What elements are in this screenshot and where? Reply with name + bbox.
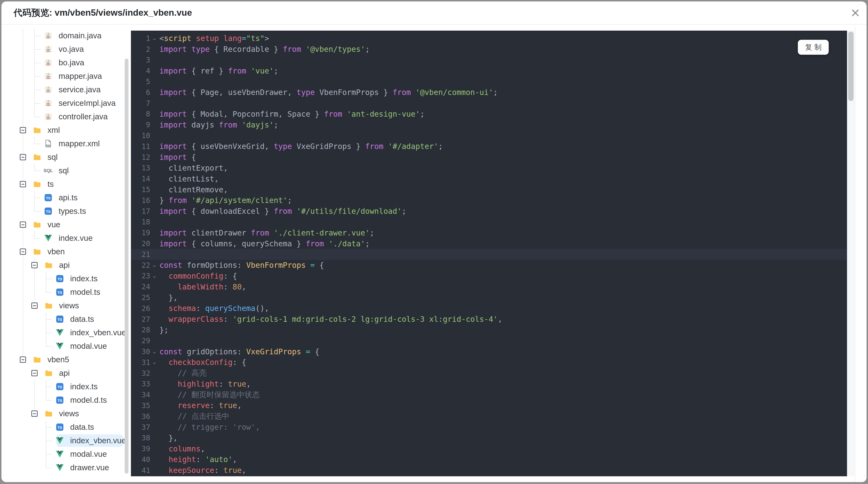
ts-file-icon: TS xyxy=(56,316,64,323)
code-line: 35 reserve: true, xyxy=(131,400,847,411)
tree-item-api.ts[interactable]: TSapi.ts xyxy=(1,191,132,204)
tree-item-index-vben.vue[interactable]: index_vben.vue xyxy=(1,434,132,447)
tree-item-domain.java[interactable]: domain.java xyxy=(1,29,132,42)
tree-item-label: ts xyxy=(48,180,54,189)
fold-chevron-icon[interactable]: › xyxy=(150,348,160,357)
collapse-expand-icon[interactable] xyxy=(20,127,26,133)
svg-text:TS: TS xyxy=(46,209,51,214)
fold-chevron-icon[interactable]: › xyxy=(150,359,160,368)
tree-item-model.d.ts[interactable]: TSmodel.d.ts xyxy=(1,393,132,407)
code-line: 12import { xyxy=(131,152,847,163)
tree-item-views[interactable]: views xyxy=(1,407,132,420)
tree-item-mapper.java[interactable]: mapper.java xyxy=(1,69,132,83)
tree-item-views[interactable]: views xyxy=(1,299,132,312)
fold-chevron-icon[interactable]: › xyxy=(150,35,160,44)
tree-item-model.ts[interactable]: TSmodel.ts xyxy=(1,285,132,299)
code-text: const formOptions: VbenFormProps = { xyxy=(159,261,324,269)
tree-item-api[interactable]: api xyxy=(1,258,132,272)
tree-item-index.ts[interactable]: TSindex.ts xyxy=(1,272,132,285)
fold-chevron-icon[interactable]: › xyxy=(150,272,160,282)
code-text: import { Page, useVbenDrawer, type VbenF… xyxy=(159,88,498,97)
tree-branch xyxy=(32,42,43,56)
fold-gutter xyxy=(150,325,159,335)
tree-indent-guide xyxy=(20,299,32,312)
tree-item-content: api xyxy=(45,367,123,379)
tree-item-controller.java[interactable]: controller.java xyxy=(1,110,132,123)
tree-item-index.vue[interactable]: index.vue xyxy=(1,231,132,245)
code-text: height: 'auto', xyxy=(159,455,237,464)
tree-item-drawer.vue[interactable]: drawer.vue xyxy=(1,461,132,474)
line-number: 15 xyxy=(131,185,150,194)
fold-gutter xyxy=(150,314,159,324)
tree-item-sql[interactable]: sql xyxy=(1,151,132,164)
collapse-expand-icon[interactable] xyxy=(20,181,26,187)
tree-branch xyxy=(20,245,32,258)
code-scrollbar-track[interactable] xyxy=(847,31,855,476)
file-tree: domain.javavo.javabo.javamapper.javaserv… xyxy=(1,25,132,475)
code-line: 14 clientList, xyxy=(131,173,847,184)
collapse-expand-icon[interactable] xyxy=(31,411,38,417)
svg-text:TS: TS xyxy=(57,277,62,281)
collapse-expand-icon[interactable] xyxy=(20,249,26,255)
line-number: 2 xyxy=(131,45,150,54)
tree-item-vo.java[interactable]: vo.java xyxy=(1,42,132,56)
tree-item-index-vben.vue[interactable]: index_vben.vue xyxy=(1,326,132,340)
tree-item-ts[interactable]: ts xyxy=(1,178,132,191)
code-line: 30›const gridOptions: VxeGridProps = { xyxy=(131,346,847,357)
tree-item-vben[interactable]: vben xyxy=(1,245,132,258)
line-number: 34 xyxy=(131,390,150,399)
collapse-expand-icon[interactable] xyxy=(31,302,38,309)
code-line: 3 xyxy=(131,55,847,66)
tree-item-label: mapper.xml xyxy=(59,139,100,148)
line-number: 8 xyxy=(131,110,150,118)
line-number: 40 xyxy=(131,455,150,464)
tree-branch xyxy=(32,366,43,380)
collapse-expand-icon[interactable] xyxy=(31,262,38,268)
tree-indent-guide xyxy=(32,380,43,393)
tree-item-mapper.xml[interactable]: XMLmapper.xml xyxy=(1,137,132,151)
line-number: 12 xyxy=(131,153,150,161)
tree-item-index.ts[interactable]: TSindex.ts xyxy=(1,380,132,393)
fold-gutter xyxy=(150,206,159,217)
tree-branch xyxy=(32,29,43,42)
tree-item-data.ts[interactable]: TSdata.ts xyxy=(1,312,132,326)
tree-item-data.ts[interactable]: TSdata.ts xyxy=(1,420,132,434)
tree-item-content: domain.java xyxy=(44,29,123,42)
tree-item-types.ts[interactable]: TStypes.ts xyxy=(1,204,132,218)
collapse-expand-icon[interactable] xyxy=(20,154,26,160)
tree-item-api[interactable]: api xyxy=(1,366,132,380)
collapse-expand-icon[interactable] xyxy=(20,356,26,363)
code-line: 26 schema: querySchema(), xyxy=(131,303,847,314)
tree-item-vben5[interactable]: vben5 xyxy=(1,353,132,366)
code-line: 13 clientExport, xyxy=(131,163,847,173)
tree-item-xml[interactable]: xml xyxy=(1,123,132,137)
tree-item-bo.java[interactable]: bo.java xyxy=(1,56,132,69)
svg-text:TS: TS xyxy=(57,398,62,402)
tree-scrollbar-thumb[interactable] xyxy=(125,59,128,474)
tree-indent-guide xyxy=(20,83,32,96)
tree-item-sql[interactable]: SQLsql xyxy=(1,164,132,178)
copy-button[interactable]: 复 制 xyxy=(798,40,829,55)
svg-text:TS: TS xyxy=(57,385,62,389)
tree-branch xyxy=(43,285,55,299)
tree-item-serviceimpl.java[interactable]: serviceImpl.java xyxy=(1,96,132,110)
code-line: 31› checkboxConfig: { xyxy=(131,357,847,368)
line-number: 16 xyxy=(131,196,150,205)
tree-item-service.java[interactable]: service.java xyxy=(1,83,132,96)
line-number: 36 xyxy=(131,412,150,421)
tree-item-modal.vue[interactable]: modal.vue xyxy=(1,447,132,461)
tree-item-content: vben xyxy=(33,246,123,258)
fold-gutter xyxy=(150,55,159,65)
code-scrollbar-thumb[interactable] xyxy=(848,32,854,101)
code-line: 25 }, xyxy=(131,292,847,303)
tree-item-modal.vue[interactable]: modal.vue xyxy=(1,340,132,353)
tree-indent-guide xyxy=(20,380,32,393)
code-line-active: 21 xyxy=(131,249,847,260)
fold-chevron-icon[interactable]: › xyxy=(150,261,160,271)
collapse-expand-icon[interactable] xyxy=(31,370,38,376)
code-line: 5 xyxy=(131,76,847,87)
folder-icon xyxy=(33,249,41,255)
collapse-expand-icon[interactable] xyxy=(20,222,26,228)
close-icon[interactable]: × xyxy=(851,2,860,24)
tree-item-vue[interactable]: vue xyxy=(1,218,132,231)
